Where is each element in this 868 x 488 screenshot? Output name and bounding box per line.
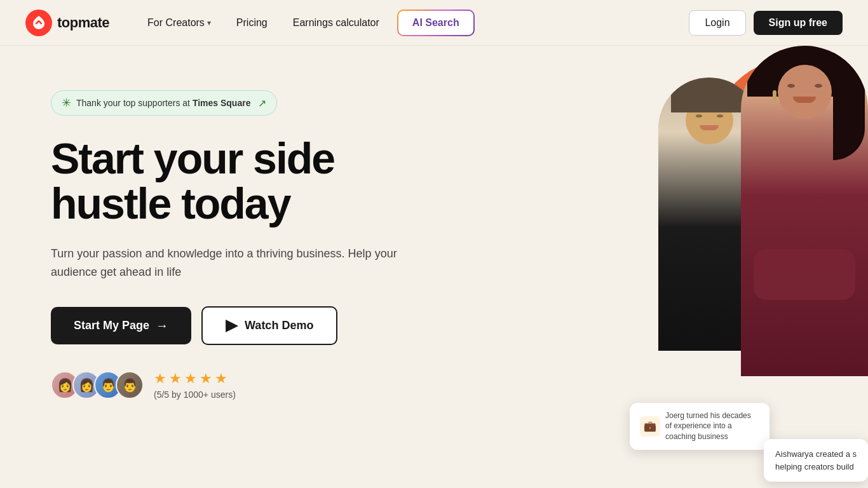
star-3: ★ (184, 370, 197, 387)
nav-pricing[interactable]: Pricing (224, 12, 280, 34)
right-hero-area: 💼 Joerg turned his decades of experience… (601, 46, 868, 488)
avatar: 👨 (116, 371, 144, 399)
rating-text: (5/5 by 1000+ users) (154, 390, 236, 400)
nav-links: For Creators ▾ Pricing Earnings calculat… (135, 11, 689, 35)
announcement-arrow-icon: ↗ (258, 97, 266, 109)
ai-search-wrapper: AI Search (398, 11, 473, 35)
play-icon (226, 320, 238, 332)
briefcase-icon: 💼 (640, 416, 660, 437)
cta-buttons: Start My Page → Watch Demo (51, 306, 483, 345)
star-5: ★ (215, 370, 227, 387)
social-proof: 👩 👩 👨 👨 ★ ★ ★ ★ ★ (51, 370, 483, 400)
arrow-right-icon: → (156, 318, 168, 333)
announcement-text: Thank your top supporters at Times Squar… (76, 98, 250, 108)
aishwarya-card-text: Aishwarya created a s helping creators b… (775, 448, 857, 473)
hero-subtitle: Turn your passion and knowledge into a t… (51, 245, 407, 281)
ai-search-button[interactable]: AI Search (398, 11, 473, 35)
joerg-card: 💼 Joerg turned his decades of experience… (630, 403, 770, 450)
hero-title: Start your side hustle today (51, 136, 483, 227)
aishwarya-card: Aishwarya created a s helping creators b… (764, 439, 868, 482)
star-rating: ★ ★ ★ ★ ★ (154, 370, 236, 387)
signup-button[interactable]: Sign up free (754, 11, 843, 35)
joerg-card-text: Joerg turned his decades of experience i… (665, 410, 759, 442)
avatars: 👩 👩 👨 👨 (51, 371, 144, 399)
sparkle-icon: ✳ (62, 96, 71, 110)
announcement-badge[interactable]: ✳ Thank your top supporters at Times Squ… (51, 90, 277, 116)
logo[interactable]: topmate (25, 10, 109, 36)
start-my-page-button[interactable]: Start My Page → (51, 307, 191, 344)
login-button[interactable]: Login (689, 10, 745, 36)
logo-text: topmate (57, 15, 109, 31)
nav-earnings-calculator[interactable]: Earnings calculator (280, 12, 392, 34)
star-1: ★ (154, 370, 166, 387)
nav-right: Login Sign up free (689, 10, 843, 36)
navbar: topmate For Creators ▾ Pricing Earnings … (0, 0, 868, 46)
left-content: ✳ Thank your top supporters at Times Squ… (51, 78, 483, 463)
hero-image-container: 💼 Joerg turned his decades of experience… (601, 46, 868, 488)
main-content: ✳ Thank your top supporters at Times Squ… (0, 46, 868, 488)
nav-for-creators[interactable]: For Creators ▾ (135, 12, 224, 34)
watch-demo-button[interactable]: Watch Demo (201, 306, 337, 345)
chevron-down-icon: ▾ (207, 18, 211, 27)
star-4: ★ (200, 370, 212, 387)
star-2: ★ (169, 370, 182, 387)
rating-section: ★ ★ ★ ★ ★ (5/5 by 1000+ users) (154, 370, 236, 400)
